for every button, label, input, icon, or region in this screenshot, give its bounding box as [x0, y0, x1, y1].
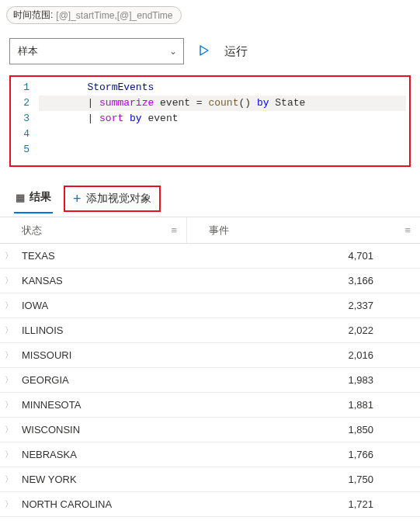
- cell-state: NEBRASKA: [17, 449, 186, 460]
- sample-dropdown-label: 样本: [18, 44, 38, 58]
- chevron-right-icon[interactable]: 〉: [0, 498, 17, 510]
- table-row[interactable]: 〉MISSOURI2,016: [0, 343, 420, 368]
- toolbar: 样本 ⌄ 运行: [0, 24, 420, 72]
- chevron-right-icon[interactable]: 〉: [0, 275, 17, 286]
- chevron-right-icon[interactable]: 〉: [0, 324, 17, 336]
- header-state-label: 状态: [22, 224, 42, 238]
- cell-event: 2,016: [186, 349, 420, 361]
- run-label: 运行: [224, 44, 248, 59]
- header-event-label: 事件: [209, 224, 229, 238]
- time-range-label: 时间范围:: [13, 9, 53, 22]
- chevron-right-icon[interactable]: 〉: [0, 374, 17, 386]
- chevron-right-icon[interactable]: 〉: [0, 399, 17, 411]
- table-row[interactable]: 〉NORTH CAROLINA1,721: [0, 492, 420, 517]
- table-row[interactable]: 〉OKLAHOMA1,716: [0, 517, 420, 524]
- cell-state: IOWA: [17, 300, 186, 311]
- table-row[interactable]: 〉KANSAS3,166: [0, 269, 420, 293]
- plus-icon: +: [73, 192, 82, 206]
- cell-state: NORTH CAROLINA: [17, 498, 186, 510]
- chevron-right-icon[interactable]: 〉: [0, 250, 17, 262]
- cell-state: GEORGIA: [17, 374, 186, 386]
- add-visual-button[interactable]: + 添加视觉对象: [64, 186, 161, 212]
- cell-event: 1,881: [186, 399, 420, 411]
- chevron-right-icon[interactable]: 〉: [0, 349, 17, 361]
- tab-results[interactable]: ▦ 结果: [14, 187, 53, 213]
- chevron-right-icon[interactable]: 〉: [0, 300, 17, 311]
- time-range-value: [@]_startTime,[@]_endTime: [56, 10, 172, 21]
- grid-header: 状态 ≡ 事件 ≡: [0, 217, 420, 244]
- cell-state: KANSAS: [17, 275, 186, 286]
- cell-event: 1,766: [186, 449, 420, 460]
- header-state[interactable]: 状态 ≡: [0, 217, 186, 243]
- table-row[interactable]: 〉ILLINOIS2,022: [0, 318, 420, 343]
- table-row[interactable]: 〉TEXAS4,701: [0, 244, 420, 269]
- play-icon: [198, 44, 210, 59]
- editor-gutter: 12345: [14, 80, 39, 158]
- tabs-row: ▦ 结果 + 添加视觉对象: [0, 176, 420, 215]
- table-row[interactable]: 〉IOWA2,337: [0, 293, 420, 318]
- cell-event: 1,850: [186, 424, 420, 436]
- tab-results-label: 结果: [30, 190, 51, 204]
- time-range-pill[interactable]: 时间范围: [@]_startTime,[@]_endTime: [6, 6, 182, 24]
- cell-event: 4,701: [186, 250, 420, 262]
- chevron-right-icon[interactable]: 〉: [0, 474, 17, 485]
- cell-event: 1,750: [186, 474, 420, 485]
- table-row[interactable]: 〉NEBRASKA1,766: [0, 442, 420, 467]
- column-menu-icon[interactable]: ≡: [404, 224, 411, 236]
- chevron-right-icon[interactable]: 〉: [0, 449, 17, 460]
- column-menu-icon[interactable]: ≡: [171, 224, 177, 236]
- cell-state: TEXAS: [17, 250, 186, 262]
- cell-event: 3,166: [186, 275, 420, 286]
- cell-state: NEW YORK: [17, 474, 186, 485]
- cell-state: ILLINOIS: [17, 324, 186, 336]
- add-visual-label: 添加视觉对象: [86, 192, 151, 206]
- grid-body: 〉TEXAS4,701〉KANSAS3,166〉IOWA2,337〉ILLINO…: [0, 244, 420, 524]
- table-row[interactable]: 〉NEW YORK1,750: [0, 467, 420, 492]
- sample-dropdown[interactable]: 样本 ⌄: [9, 38, 184, 64]
- cell-state: WISCONSIN: [17, 424, 186, 436]
- table-icon: ▦: [16, 192, 25, 203]
- cell-state: MINNESOTA: [17, 399, 186, 411]
- table-row[interactable]: 〉MINNESOTA1,881: [0, 393, 420, 418]
- table-row[interactable]: 〉WISCONSIN1,850: [0, 418, 420, 442]
- cell-state: MISSOURI: [17, 349, 186, 361]
- run-button[interactable]: 运行: [198, 44, 248, 59]
- cell-event: 1,983: [186, 374, 420, 386]
- header-event[interactable]: 事件 ≡: [186, 217, 420, 243]
- cell-event: 1,721: [186, 498, 420, 510]
- chevron-right-icon[interactable]: 〉: [0, 424, 17, 436]
- cell-event: 2,022: [186, 324, 420, 336]
- table-row[interactable]: 〉GEORGIA1,983: [0, 368, 420, 393]
- cell-event: 2,337: [186, 300, 420, 311]
- editor-code[interactable]: StormEvents | summarize event = count() …: [39, 80, 406, 158]
- chevron-down-icon: ⌄: [169, 46, 177, 57]
- query-editor[interactable]: 12345 StormEvents | summarize event = co…: [9, 75, 411, 167]
